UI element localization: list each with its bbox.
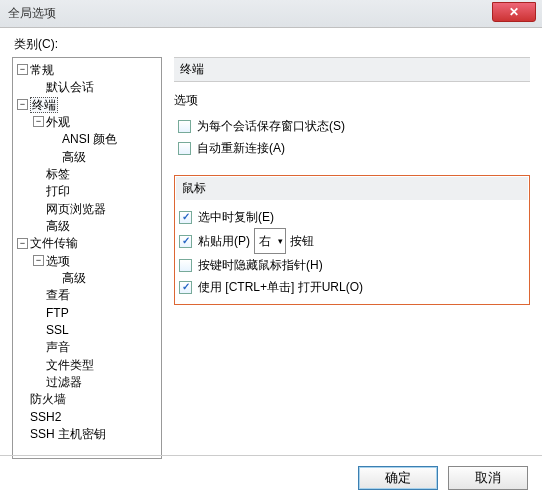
titlebar: 全局选项 ✕ (0, 0, 542, 28)
opt-label: 使用 [CTRL+单击] 打开URL(O) (198, 276, 363, 298)
divider (0, 455, 542, 456)
tree-item[interactable]: 选项 (46, 254, 70, 268)
tree-toggle[interactable]: − (33, 255, 44, 266)
cancel-button[interactable]: 取消 (448, 466, 528, 490)
checkbox-paste[interactable]: ✓ (179, 235, 192, 248)
window-title: 全局选项 (8, 5, 56, 22)
tree-toggle[interactable]: − (17, 99, 28, 110)
category-label: 类别(C): (0, 28, 542, 57)
tree-item[interactable]: 防火墙 (30, 393, 66, 407)
checkbox-hide-pointer[interactable] (179, 259, 192, 272)
settings-panel: 终端 选项 为每个会话保存窗口状态(S) 自动重新连接(A) 鼠标 ✓选中时复制… (162, 57, 530, 459)
tree-item[interactable]: 外观 (46, 115, 70, 129)
tree-item[interactable]: SSH2 (30, 410, 61, 424)
opt-label: 按钮 (290, 230, 314, 252)
tree-item[interactable]: 常规 (30, 63, 54, 77)
tree-item[interactable]: ANSI 颜色 (62, 133, 117, 147)
mouse-group: 鼠标 ✓选中时复制(E) ✓粘贴用(P)右按钮 按键时隐藏鼠标指针(H) ✓使用… (174, 175, 530, 305)
tree-item[interactable]: 过滤器 (46, 375, 82, 389)
tree-item[interactable]: 网页浏览器 (46, 202, 106, 216)
tree-item[interactable]: 声音 (46, 341, 70, 355)
opt-label: 粘贴用(P) (198, 230, 250, 252)
tree-item[interactable]: 文件传输 (30, 237, 78, 251)
close-button[interactable]: ✕ (492, 2, 536, 22)
tree-toggle[interactable]: − (17, 238, 28, 249)
tree-item[interactable]: SSH 主机密钥 (30, 427, 106, 441)
tree-item[interactable]: SSL (46, 323, 69, 337)
opt-label: 选中时复制(E) (198, 206, 274, 228)
tree-toggle[interactable]: − (33, 116, 44, 127)
mouse-group-title: 鼠标 (176, 177, 528, 200)
tree-item[interactable]: 高级 (62, 271, 86, 285)
tree-item[interactable]: 打印 (46, 185, 70, 199)
paste-button-select[interactable]: 右 (254, 228, 286, 254)
close-icon: ✕ (509, 5, 519, 19)
tree-item[interactable]: FTP (46, 306, 69, 320)
tree-item[interactable]: 高级 (62, 150, 86, 164)
checkbox-save-state[interactable] (178, 120, 191, 133)
tree-toggle[interactable]: − (17, 64, 28, 75)
tree-item[interactable]: 标签 (46, 167, 70, 181)
checkbox-copy[interactable]: ✓ (179, 211, 192, 224)
opt-label: 按键时隐藏鼠标指针(H) (198, 254, 323, 276)
ok-button[interactable]: 确定 (358, 466, 438, 490)
checkbox-ctrl-click[interactable]: ✓ (179, 281, 192, 294)
opt-label: 自动重新连接(A) (197, 137, 285, 159)
tree-item[interactable]: 默认会话 (46, 81, 94, 95)
panel-header: 终端 (174, 57, 530, 82)
options-group-title: 选项 (174, 92, 530, 109)
checkbox-auto-reconnect[interactable] (178, 142, 191, 155)
tree-item-terminal[interactable]: 终端 (30, 97, 58, 113)
tree-item[interactable]: 查看 (46, 289, 70, 303)
tree-item[interactable]: 文件类型 (46, 358, 94, 372)
category-tree[interactable]: −常规 默认会话 −终端 −外观 ANSI 颜色 高级 标签 打印 网页浏览器 (12, 57, 162, 459)
tree-item[interactable]: 高级 (46, 219, 70, 233)
opt-label: 为每个会话保存窗口状态(S) (197, 115, 345, 137)
